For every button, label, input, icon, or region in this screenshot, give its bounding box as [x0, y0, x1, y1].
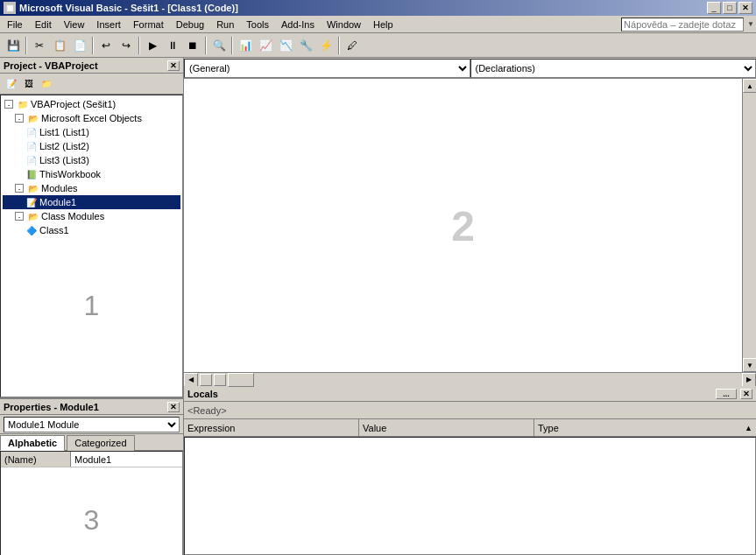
toolbar-cut-btn[interactable]: ✂: [30, 36, 49, 55]
code-hscroll-left[interactable]: ◀: [184, 373, 198, 387]
toolbar-tb5-btn[interactable]: 🖊: [343, 36, 362, 55]
toolbar: 💾 ✂ 📋 📄 ↩ ↪ ▶ ⏸ ⏹ 🔍 📊 📈 📉 🔧 ⚡ 🖊: [0, 33, 756, 58]
help-search-area: ▼: [621, 18, 754, 32]
locals-col-expression[interactable]: Expression: [184, 419, 359, 436]
project-toggle-folders-btn[interactable]: 📁: [39, 76, 54, 92]
menu-run[interactable]: Run: [211, 18, 239, 31]
tree-item-thisworkbook[interactable]: 📗 ThisWorkbook: [3, 167, 180, 181]
tree-item-list2[interactable]: 📄 List2 (List2): [3, 139, 180, 153]
tree-expand-class-modules[interactable]: -: [15, 212, 24, 221]
locals-close-btn[interactable]: ✕: [740, 389, 752, 399]
project-panel-title: Project - VBAProject: [4, 60, 98, 71]
code-hscroll-right[interactable]: ▶: [742, 373, 756, 387]
toolbar-tb2-btn[interactable]: 📉: [276, 36, 295, 55]
close-button[interactable]: ✕: [738, 2, 752, 14]
prop-name-cell: (Name): [1, 452, 71, 467]
toolbar-objbr-btn[interactable]: 📊: [236, 36, 255, 55]
project-tree[interactable]: - 📁 VBAProject (Sešit1) - 📂 Microsoft Ex…: [0, 95, 183, 397]
code-editor-area: (General) (Declarations) 2 ▲ ▼ ◀: [184, 58, 756, 386]
toolbar-sep-6: [338, 37, 340, 54]
code-section-number: 2: [451, 201, 475, 249]
code-scroll-icon1[interactable]: [200, 374, 212, 386]
locals-col-type[interactable]: Type ▲: [534, 419, 756, 436]
toolbar-tb4-btn[interactable]: ⚡: [316, 36, 336, 55]
properties-panel-close[interactable]: ✕: [167, 402, 180, 412]
tree-item-class-modules[interactable]: - 📂 Class Modules: [3, 209, 180, 223]
help-search-input[interactable]: [621, 18, 744, 32]
tree-item-module1[interactable]: 📝 Module1: [3, 195, 180, 209]
menu-window[interactable]: Window: [321, 18, 366, 31]
toolbar-sep-5: [231, 37, 233, 54]
tree-label-list2: List2 (List2): [39, 141, 89, 151]
tree-item-list1[interactable]: 📄 List1 (List1): [3, 125, 180, 139]
minimize-button[interactable]: _: [707, 2, 721, 14]
tree-icon-thisworkbook: 📗: [25, 168, 38, 180]
tree-item-modules[interactable]: - 📂 Modules: [3, 181, 180, 195]
tree-expand-root[interactable]: -: [4, 100, 13, 109]
code-hscroll-thumb[interactable]: [228, 373, 254, 387]
toolbar-pause-btn[interactable]: ⏸: [163, 36, 182, 55]
project-view-obj-btn[interactable]: 🖼: [21, 76, 37, 92]
code-vscroll-track[interactable]: [743, 93, 756, 358]
tree-label-list1: List1 (List1): [39, 127, 89, 137]
toolbar-redo-btn[interactable]: ↪: [117, 36, 136, 55]
app-icon: ▣: [4, 2, 16, 14]
menu-insert[interactable]: Insert: [91, 18, 126, 31]
code-declarations-select[interactable]: (Declarations): [470, 59, 757, 78]
toolbar-undo-btn[interactable]: ↩: [96, 36, 116, 55]
locals-title: Locals: [187, 389, 218, 399]
prop-tabs: Alphabetic Categorized: [0, 434, 183, 451]
menu-edit[interactable]: Edit: [30, 18, 57, 31]
toolbar-stop-btn[interactable]: ⏹: [183, 36, 202, 55]
tree-expand-modules[interactable]: -: [15, 184, 24, 193]
toolbar-save-btn[interactable]: 💾: [4, 36, 23, 55]
title-bar-controls[interactable]: _ □ ✕: [707, 2, 752, 14]
toolbar-tb3-btn[interactable]: 🔧: [296, 36, 315, 55]
prop-tab-categorized[interactable]: Categorized: [67, 435, 134, 451]
menu-view[interactable]: View: [59, 18, 90, 31]
tree-item-class1[interactable]: 🔷 Class1: [3, 223, 180, 237]
menu-addins[interactable]: Add-Ins: [276, 18, 320, 31]
search-arrow[interactable]: ▼: [747, 20, 754, 28]
locals-dots-btn[interactable]: ...: [716, 389, 737, 399]
prop-module-select[interactable]: Module1 Module: [4, 417, 180, 432]
toolbar-sep-3: [138, 37, 140, 54]
locals-body[interactable]: [184, 437, 756, 555]
tree-item-excel-objects[interactable]: - 📂 Microsoft Excel Objects: [3, 111, 180, 125]
code-scroll-icon2[interactable]: [214, 374, 226, 386]
prop-val-cell[interactable]: Module1: [71, 452, 182, 467]
menu-format[interactable]: Format: [128, 18, 169, 31]
toolbar-paste-btn[interactable]: 📄: [70, 36, 89, 55]
menu-help[interactable]: Help: [368, 18, 399, 31]
toolbar-copy-btn[interactable]: 📋: [50, 36, 69, 55]
tree-icon-list2: 📄: [25, 140, 38, 152]
code-header: (General) (Declarations): [184, 58, 756, 79]
tree-icon-list1: 📄: [25, 126, 38, 138]
code-vscroll-up[interactable]: ▲: [743, 79, 756, 93]
code-hscroll-track[interactable]: [228, 373, 742, 387]
code-general-select[interactable]: (General): [184, 59, 470, 78]
code-vscroll-down[interactable]: ▼: [743, 358, 756, 372]
prop-tab-alphabetic[interactable]: Alphabetic: [0, 435, 65, 451]
menu-debug[interactable]: Debug: [171, 18, 209, 31]
maximize-button[interactable]: □: [723, 2, 737, 14]
project-view-code-btn[interactable]: 📝: [4, 76, 19, 92]
project-panel-close[interactable]: ✕: [167, 60, 180, 71]
menu-file[interactable]: File: [2, 18, 28, 31]
tree-item-root[interactable]: - 📁 VBAProject (Sešit1): [3, 97, 180, 111]
code-body[interactable]: 2: [184, 79, 742, 372]
project-panel: Project - VBAProject ✕ 📝 🖼 📁 - 📁 VBAProj…: [0, 58, 183, 399]
toolbar-run-btn[interactable]: ▶: [143, 36, 162, 55]
tree-icon-class1: 🔷: [25, 224, 38, 236]
tree-item-list3[interactable]: 📄 List3 (List3): [3, 153, 180, 167]
right-panel: (General) (Declarations) 2 ▲ ▼ ◀: [184, 58, 756, 555]
code-hscroll[interactable]: ◀ ▶: [184, 372, 756, 386]
code-vscroll[interactable]: ▲ ▼: [742, 79, 756, 372]
tree-label-excel-objects: Microsoft Excel Objects: [41, 113, 142, 123]
menu-tools[interactable]: Tools: [241, 18, 274, 31]
toolbar-find-btn[interactable]: 🔍: [209, 36, 229, 55]
locals-col-value[interactable]: Value: [359, 419, 534, 436]
prop-module-row: Module1 Module: [0, 415, 183, 434]
toolbar-tb1-btn[interactable]: 📈: [256, 36, 275, 55]
tree-expand-excel-objects[interactable]: -: [15, 114, 24, 123]
